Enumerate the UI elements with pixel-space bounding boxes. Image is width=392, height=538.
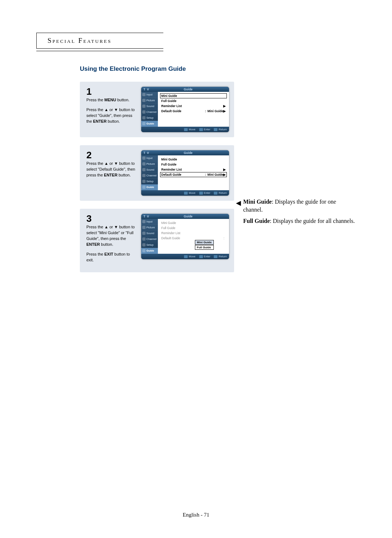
osd-sidebar-label: Input <box>146 220 152 223</box>
osd-main: Mini GuideFull GuideReminder ListDefault… <box>158 219 229 254</box>
osd-main: Mini GuideFull GuideReminder List▶Defaul… <box>158 92 229 127</box>
chevron-right-icon: ▶ <box>223 173 226 176</box>
osd-sidebar-label: Setup <box>146 243 154 246</box>
hint-icon <box>184 192 188 195</box>
osd-row: Full Guide <box>160 98 227 103</box>
osd-screenshot: T VGuideInputPictureSoundChannelSetupGui… <box>141 214 229 259</box>
osd-footer-hint: Enter <box>199 191 211 195</box>
menu-icon <box>142 180 146 183</box>
menu-icon <box>142 110 146 114</box>
osd-footer-hint: Move <box>184 191 195 195</box>
triangle-left-icon: ◀ <box>236 199 241 207</box>
osd-sidebar-item: Input <box>141 219 158 225</box>
osd-row-label: Reminder List <box>161 168 223 171</box>
osd-submenu: Mini GuideFull Guide <box>195 240 227 250</box>
step-3: 3Press the ▲ or ▼ button to select "Mini… <box>80 209 234 272</box>
osd-title: Guide <box>150 215 227 218</box>
hint-icon <box>214 192 217 195</box>
osd-sidebar-label: Picture <box>146 226 155 229</box>
menu-icon <box>142 162 146 166</box>
osd-sidebar-label: Sound <box>146 105 154 108</box>
aside-item-title: Mini Guide <box>243 199 272 205</box>
menu-icon <box>142 232 146 235</box>
osd-footer-hint: Return <box>214 255 227 258</box>
osd-sidebar-item: Setup <box>141 179 158 184</box>
osd-title: Guide <box>150 151 227 155</box>
osd-sidebar-item: Guide <box>141 184 158 190</box>
osd-sidebar-item: Input <box>141 155 158 161</box>
step-instructions: 1Press the MENU button.Press the ▲ or ▼ … <box>86 87 141 129</box>
instruction-text: Press the EXIT button to exit. <box>86 252 138 263</box>
osd-row-label: Reminder List <box>161 231 226 235</box>
osd-footer-hint: Move <box>184 128 195 131</box>
osd-sidebar-label: Channel <box>146 110 156 114</box>
step-instructions: 3Press the ▲ or ▼ button to select "Mini… <box>86 214 141 267</box>
osd-sidebar-item: Channel <box>141 236 158 242</box>
osd-submenu-item: Mini Guide <box>195 240 214 245</box>
menu-icon <box>142 174 146 177</box>
step-instructions: 2Press the ▲ or ▼ button to select "Defa… <box>86 150 141 182</box>
step-number: 3 <box>86 214 138 223</box>
osd-sidebar-label: Sound <box>146 168 154 171</box>
osd-footer: MoveEnterReturn <box>141 127 229 132</box>
section-header: Special Features <box>36 33 163 49</box>
osd-footer: MoveEnterReturn <box>141 254 229 259</box>
hint-icon <box>199 255 203 258</box>
osd-sidebar-item: Picture <box>141 98 158 103</box>
hint-icon <box>214 128 217 131</box>
aside-item-title: Full Guide <box>243 218 270 224</box>
osd-sidebar-label: Setup <box>146 116 154 119</box>
menu-icon <box>142 105 146 108</box>
osd-sidebar-item: Sound <box>141 167 158 173</box>
page-title: Using the Electronic Program Guide <box>80 65 363 73</box>
osd-sidebar-label: Channel <box>146 174 156 177</box>
osd-row-value: Mini Guide <box>208 109 223 113</box>
osd-row-value: Mini Guide <box>208 173 223 176</box>
osd-row: Default Guide:Mini Guide▶ <box>160 109 227 114</box>
menu-icon <box>142 243 146 246</box>
menu-icon <box>142 93 146 96</box>
menu-icon <box>142 226 146 229</box>
section-header-label: Special Features <box>48 37 111 44</box>
osd-sidebar: InputPictureSoundChannelSetupGuide <box>141 92 158 127</box>
hint-icon <box>184 128 188 131</box>
osd-footer-hint: Return <box>214 191 227 195</box>
osd-row: Reminder List▶ <box>160 103 227 109</box>
osd-sidebar-item: Setup <box>141 242 158 248</box>
osd-row-label: Full Guide <box>161 163 226 166</box>
osd-row: Mini Guide <box>160 220 227 225</box>
osd-row: Default Guide: <box>160 236 227 241</box>
osd-main: Mini GuideFull GuideReminder List▶Defaul… <box>158 155 229 190</box>
chevron-right-icon: ▶ <box>223 168 226 171</box>
osd-row-label: Default Guide <box>161 109 203 113</box>
osd-row-label: Mini Guide <box>161 221 226 225</box>
osd-sidebar-label: Picture <box>146 162 155 166</box>
osd-row: Reminder List <box>160 231 227 236</box>
page-footer: English - 71 <box>0 512 392 518</box>
aside-item: Mini Guide: Displays the guide for one c… <box>243 198 356 213</box>
step-2: 2Press the ▲ or ▼ button to select "Defa… <box>80 145 234 201</box>
instruction-text: Press the ▲ or ▼ button to select "Guide… <box>86 107 138 125</box>
chevron-right-icon: ▶ <box>223 109 226 113</box>
osd-sidebar-item: Setup <box>141 115 158 121</box>
osd-sidebar-label: Sound <box>146 232 154 235</box>
osd-sidebar: InputPictureSoundChannelSetupGuide <box>141 155 158 190</box>
osd-screenshot: T VGuideInputPictureSoundChannelSetupGui… <box>141 87 229 132</box>
osd-sidebar-item: Guide <box>141 248 158 254</box>
osd-row: Full Guide <box>160 225 227 231</box>
osd-sidebar-item: Guide <box>141 121 158 127</box>
hint-icon <box>199 128 203 131</box>
menu-icon <box>142 249 146 252</box>
osd-row-label: Mini Guide <box>161 94 226 98</box>
aside-item: Full Guide: Displays the guide for all c… <box>243 217 356 225</box>
osd-tv-label: T V <box>143 87 149 91</box>
osd-row: Reminder List▶ <box>160 167 227 172</box>
instruction-text: Press the ▲ or ▼ button to select "Mini … <box>86 224 138 248</box>
osd-sidebar-item: Channel <box>141 173 158 179</box>
osd-submenu-item: Full Guide <box>195 245 214 250</box>
osd-row: Full Guide <box>160 162 227 167</box>
aside-item-text: : Displays the guide for all channels. <box>270 218 355 224</box>
menu-icon <box>142 156 146 160</box>
menu-icon <box>142 99 146 102</box>
osd-sidebar-label: Guide <box>146 122 154 125</box>
